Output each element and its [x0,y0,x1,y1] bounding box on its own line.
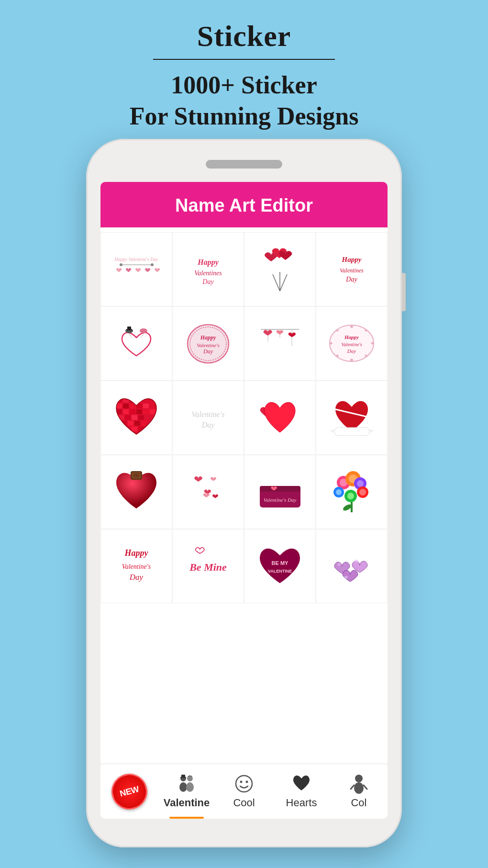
sticker-4[interactable]: Happy Valentines Day [316,232,388,306]
app-title: Sticker [0,19,488,53]
tab-col[interactable]: Col [330,764,388,819]
svg-rect-69 [132,427,137,431]
app-subtitle: 1000+ Sticker For Stunning Designs [0,69,488,132]
valentine-icon [177,774,197,794]
sticker-5[interactable] [100,306,172,381]
sticker-6[interactable]: Happy Valentine's Day [172,306,244,381]
sticker-3[interactable] [244,232,316,306]
svg-point-110 [186,782,194,792]
sticker-19[interactable]: BE MY VALENTINE [244,529,316,603]
svg-point-32 [336,329,339,332]
sticker-16[interactable] [316,455,388,529]
svg-rect-49 [130,404,135,408]
tab-new[interactable]: NEW [100,764,158,819]
phone-mockup: Name Art Editor Happy Valentine's Day [86,139,402,847]
sticker-11[interactable] [244,381,316,455]
svg-text:Valentine's: Valentine's [191,410,224,418]
svg-point-112 [240,781,243,783]
sticker-8[interactable]: Happy Valentine's Day [316,306,388,381]
svg-rect-56 [136,409,142,414]
sticker-18[interactable]: Be Mine [172,529,244,603]
svg-point-78 [133,473,139,477]
tab-hearts-label: Hearts [286,797,317,809]
svg-text:Day: Day [201,421,215,429]
tab-cool[interactable]: Cool [215,764,273,819]
svg-rect-46 [136,398,142,403]
sticker-row-4: Valentine's Day [100,455,388,529]
svg-text:Day: Day [203,348,213,355]
svg-line-7 [273,274,280,291]
svg-text:Day: Day [129,573,144,582]
svg-text:Be Mine: Be Mine [189,561,227,573]
app-header: Name Art Editor [100,182,388,227]
svg-text:Valentines: Valentines [340,267,364,274]
svg-text:Happy: Happy [344,334,359,340]
svg-rect-16 [126,329,132,330]
tab-valentine-label: Valentine [164,797,210,809]
sticker-12[interactable] [316,381,388,455]
svg-rect-43 [116,398,122,403]
svg-rect-67 [141,421,147,426]
tab-cool-label: Cool [233,797,255,809]
svg-line-9 [280,274,287,291]
svg-rect-63 [145,415,151,420]
sticker-7[interactable] [244,306,316,381]
svg-rect-62 [138,415,144,420]
sticker-2[interactable]: Happy Valentines Day [172,232,244,306]
character-icon [350,774,368,794]
svg-point-33 [365,329,367,332]
svg-point-106 [179,782,187,792]
svg-text:Happy: Happy [197,258,219,267]
tab-hearts[interactable]: Hearts [273,764,330,819]
phone-side-button [402,273,406,311]
svg-point-31 [350,325,353,328]
sticker-20[interactable] [316,529,388,603]
sticker-9[interactable] [100,381,172,455]
svg-text:VALENTINE: VALENTINE [268,569,292,574]
tab-col-label: Col [351,797,366,809]
svg-point-34 [330,342,333,345]
svg-rect-15 [127,327,131,330]
svg-rect-60 [125,415,131,420]
svg-marker-75 [332,406,335,412]
svg-text:Happy Valentine's Day: Happy Valentine's Day [114,257,158,262]
sticker-10[interactable]: Valentine's Day [172,381,244,455]
sticker-1[interactable]: Happy Valentine's Day [100,232,172,306]
svg-rect-65 [128,421,133,426]
svg-point-115 [354,782,364,794]
svg-point-114 [355,775,363,782]
svg-rect-80 [260,486,300,492]
sticker-row-5: Happy Valentine's Day Be Min [100,529,388,603]
svg-point-111 [236,776,252,792]
tab-valentine[interactable]: Valentine [158,764,215,819]
new-badge: NEW [107,769,151,813]
svg-rect-66 [134,421,140,426]
sticker-13[interactable] [100,455,172,529]
sticker-15[interactable]: Valentine's Day [244,455,316,529]
svg-text:Valentine's: Valentine's [197,342,220,348]
svg-rect-48 [123,404,129,408]
svg-point-113 [246,781,248,783]
phone-body: Name Art Editor Happy Valentine's Day [86,139,402,847]
svg-point-37 [365,355,367,357]
sticker-grid[interactable]: Happy Valentine's Day [100,227,388,764]
svg-point-109 [187,776,193,781]
svg-point-90 [336,489,342,495]
svg-text:Happy: Happy [200,334,216,341]
sticker-row-2: Happy Valentine's Day [100,306,388,381]
sticker-17[interactable]: Happy Valentine's Day [100,529,172,603]
svg-rect-55 [130,409,135,414]
phone-screen: Name Art Editor Happy Valentine's Day [100,182,388,819]
svg-point-18 [140,328,147,333]
sticker-row-3: Valentine's Day [100,381,388,455]
svg-text:Valentine's: Valentine's [341,342,362,347]
svg-rect-108 [180,777,186,778]
svg-text:BE MY: BE MY [272,560,289,566]
svg-rect-54 [123,409,129,414]
sticker-14[interactable] [172,455,244,529]
svg-point-38 [350,359,353,361]
svg-line-117 [364,785,367,789]
svg-point-94 [347,493,354,499]
svg-text:Valentine's Day: Valentine's Day [263,497,296,503]
svg-text:Valentines: Valentines [194,270,222,277]
